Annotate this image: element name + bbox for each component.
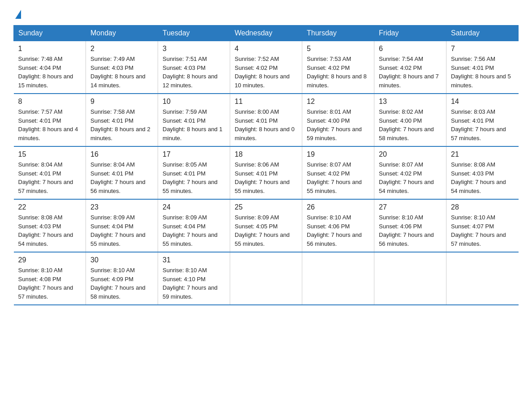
calendar-cell: 8Sunrise: 7:57 AMSunset: 4:01 PMDaylight… <box>14 94 86 146</box>
day-number: 4 <box>235 45 297 53</box>
day-number: 3 <box>163 45 225 53</box>
day-number: 8 <box>18 98 82 106</box>
day-number: 28 <box>451 203 514 211</box>
calendar-table: SundayMondayTuesdayWednesdayThursdayFrid… <box>13 25 519 305</box>
calendar-cell: 14Sunrise: 8:03 AMSunset: 4:01 PMDayligh… <box>446 94 519 146</box>
header-friday: Friday <box>374 26 446 41</box>
day-number: 6 <box>379 45 442 53</box>
day-number: 16 <box>90 150 153 158</box>
day-info: Sunrise: 8:06 AMSunset: 4:01 PMDaylight:… <box>235 160 297 195</box>
header-monday: Monday <box>86 26 158 41</box>
calendar-cell: 24Sunrise: 8:09 AMSunset: 4:04 PMDayligh… <box>158 199 230 252</box>
day-number: 21 <box>451 150 514 158</box>
day-number: 24 <box>163 203 225 211</box>
day-number: 25 <box>235 203 297 211</box>
calendar-cell: 15Sunrise: 8:04 AMSunset: 4:01 PMDayligh… <box>14 146 86 199</box>
day-info: Sunrise: 8:10 AMSunset: 4:08 PMDaylight:… <box>18 266 82 301</box>
calendar-week-row: 15Sunrise: 8:04 AMSunset: 4:01 PMDayligh… <box>14 146 519 199</box>
day-number: 29 <box>18 256 82 264</box>
day-number: 18 <box>235 150 297 158</box>
day-info: Sunrise: 8:09 AMSunset: 4:05 PMDaylight:… <box>235 213 297 248</box>
calendar-cell: 29Sunrise: 8:10 AMSunset: 4:08 PMDayligh… <box>14 252 86 305</box>
calendar-cell: 5Sunrise: 7:53 AMSunset: 4:02 PMDaylight… <box>302 41 374 94</box>
day-number: 13 <box>379 98 442 106</box>
page-header <box>13 9 519 17</box>
day-info: Sunrise: 8:04 AMSunset: 4:01 PMDaylight:… <box>90 160 153 195</box>
day-info: Sunrise: 7:53 AMSunset: 4:02 PMDaylight:… <box>307 55 369 90</box>
day-number: 1 <box>18 45 82 53</box>
calendar-week-row: 1Sunrise: 7:48 AMSunset: 4:04 PMDaylight… <box>14 41 519 94</box>
day-number: 22 <box>18 203 82 211</box>
day-info: Sunrise: 8:05 AMSunset: 4:01 PMDaylight:… <box>163 160 225 195</box>
calendar-cell: 27Sunrise: 8:10 AMSunset: 4:06 PMDayligh… <box>374 199 446 252</box>
day-info: Sunrise: 8:09 AMSunset: 4:04 PMDaylight:… <box>90 213 153 248</box>
day-info: Sunrise: 8:10 AMSunset: 4:09 PMDaylight:… <box>90 266 153 301</box>
day-info: Sunrise: 8:02 AMSunset: 4:00 PMDaylight:… <box>379 107 442 142</box>
calendar-cell: 13Sunrise: 8:02 AMSunset: 4:00 PMDayligh… <box>374 94 446 146</box>
day-info: Sunrise: 7:56 AMSunset: 4:01 PMDaylight:… <box>451 55 514 90</box>
calendar-cell: 28Sunrise: 8:10 AMSunset: 4:07 PMDayligh… <box>446 199 519 252</box>
day-info: Sunrise: 8:10 AMSunset: 4:06 PMDaylight:… <box>307 213 369 248</box>
day-number: 5 <box>307 45 369 53</box>
calendar-cell: 9Sunrise: 7:58 AMSunset: 4:01 PMDaylight… <box>86 94 158 146</box>
header-sunday: Sunday <box>14 26 86 41</box>
calendar-cell: 3Sunrise: 7:51 AMSunset: 4:03 PMDaylight… <box>158 41 230 94</box>
calendar-week-row: 22Sunrise: 8:08 AMSunset: 4:03 PMDayligh… <box>14 199 519 252</box>
day-number: 31 <box>163 256 225 264</box>
calendar-cell: 26Sunrise: 8:10 AMSunset: 4:06 PMDayligh… <box>302 199 374 252</box>
day-info: Sunrise: 8:04 AMSunset: 4:01 PMDaylight:… <box>18 160 82 195</box>
day-info: Sunrise: 7:58 AMSunset: 4:01 PMDaylight:… <box>90 107 153 142</box>
calendar-cell <box>446 252 519 305</box>
day-number: 12 <box>307 98 369 106</box>
header-tuesday: Tuesday <box>158 26 230 41</box>
day-number: 27 <box>379 203 442 211</box>
day-info: Sunrise: 8:10 AMSunset: 4:06 PMDaylight:… <box>379 213 442 248</box>
day-info: Sunrise: 8:09 AMSunset: 4:04 PMDaylight:… <box>163 213 225 248</box>
day-info: Sunrise: 8:08 AMSunset: 4:03 PMDaylight:… <box>18 213 82 248</box>
day-number: 19 <box>307 150 369 158</box>
calendar-cell <box>302 252 374 305</box>
calendar-cell: 12Sunrise: 8:01 AMSunset: 4:00 PMDayligh… <box>302 94 374 146</box>
day-info: Sunrise: 8:10 AMSunset: 4:07 PMDaylight:… <box>451 213 514 248</box>
day-number: 26 <box>307 203 369 211</box>
day-info: Sunrise: 7:51 AMSunset: 4:03 PMDaylight:… <box>163 55 225 90</box>
calendar-cell: 20Sunrise: 8:07 AMSunset: 4:02 PMDayligh… <box>374 146 446 199</box>
calendar-header-row: SundayMondayTuesdayWednesdayThursdayFrid… <box>14 26 519 41</box>
day-info: Sunrise: 8:01 AMSunset: 4:00 PMDaylight:… <box>307 107 369 142</box>
calendar-cell: 17Sunrise: 8:05 AMSunset: 4:01 PMDayligh… <box>158 146 230 199</box>
calendar-cell: 1Sunrise: 7:48 AMSunset: 4:04 PMDaylight… <box>14 41 86 94</box>
day-info: Sunrise: 8:08 AMSunset: 4:03 PMDaylight:… <box>451 160 514 195</box>
day-number: 17 <box>163 150 225 158</box>
calendar-cell: 19Sunrise: 8:07 AMSunset: 4:02 PMDayligh… <box>302 146 374 199</box>
calendar-cell: 30Sunrise: 8:10 AMSunset: 4:09 PMDayligh… <box>86 252 158 305</box>
day-info: Sunrise: 7:54 AMSunset: 4:02 PMDaylight:… <box>379 55 442 90</box>
day-number: 10 <box>163 98 225 106</box>
day-number: 20 <box>379 150 442 158</box>
calendar-cell: 18Sunrise: 8:06 AMSunset: 4:01 PMDayligh… <box>230 146 302 199</box>
calendar-cell: 21Sunrise: 8:08 AMSunset: 4:03 PMDayligh… <box>446 146 519 199</box>
calendar-week-row: 29Sunrise: 8:10 AMSunset: 4:08 PMDayligh… <box>14 252 519 305</box>
calendar-week-row: 8Sunrise: 7:57 AMSunset: 4:01 PMDaylight… <box>14 94 519 146</box>
day-info: Sunrise: 7:48 AMSunset: 4:04 PMDaylight:… <box>18 55 82 90</box>
header-thursday: Thursday <box>302 26 374 41</box>
calendar-cell: 25Sunrise: 8:09 AMSunset: 4:05 PMDayligh… <box>230 199 302 252</box>
day-number: 11 <box>235 98 297 106</box>
day-number: 30 <box>90 256 153 264</box>
day-info: Sunrise: 8:00 AMSunset: 4:01 PMDaylight:… <box>235 107 297 142</box>
day-number: 15 <box>18 150 82 158</box>
day-number: 9 <box>90 98 153 106</box>
day-info: Sunrise: 8:10 AMSunset: 4:10 PMDaylight:… <box>163 266 225 301</box>
calendar-cell: 2Sunrise: 7:49 AMSunset: 4:03 PMDaylight… <box>86 41 158 94</box>
calendar-cell <box>374 252 446 305</box>
calendar-cell: 31Sunrise: 8:10 AMSunset: 4:10 PMDayligh… <box>158 252 230 305</box>
day-info: Sunrise: 7:49 AMSunset: 4:03 PMDaylight:… <box>90 55 153 90</box>
day-number: 7 <box>451 45 514 53</box>
calendar-cell: 10Sunrise: 7:59 AMSunset: 4:01 PMDayligh… <box>158 94 230 146</box>
day-number: 23 <box>90 203 153 211</box>
logo <box>13 9 21 17</box>
day-info: Sunrise: 7:57 AMSunset: 4:01 PMDaylight:… <box>18 107 82 142</box>
day-info: Sunrise: 8:07 AMSunset: 4:02 PMDaylight:… <box>379 160 442 195</box>
calendar-cell <box>230 252 302 305</box>
calendar-cell: 11Sunrise: 8:00 AMSunset: 4:01 PMDayligh… <box>230 94 302 146</box>
day-number: 14 <box>451 98 514 106</box>
